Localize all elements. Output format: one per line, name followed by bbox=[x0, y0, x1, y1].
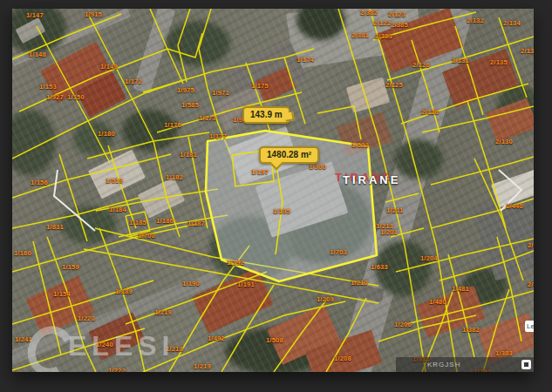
parcel-label: 2/125 bbox=[385, 82, 403, 89]
parcel-label: 1/154 bbox=[53, 291, 71, 298]
parcel-label: 1/831 bbox=[46, 224, 64, 231]
parcel-label: 1/173 bbox=[199, 115, 216, 122]
parcel-label: 1/176 bbox=[164, 122, 181, 129]
parcel-label: 1/975 bbox=[177, 87, 194, 94]
parcel-label: 2/123 bbox=[388, 11, 405, 18]
street-label-partial: Le bbox=[525, 321, 534, 332]
parcel-label: 2/132 bbox=[467, 17, 484, 24]
parcel-label: 2/426 bbox=[528, 242, 534, 249]
parcel-label: 1/204 bbox=[420, 255, 438, 262]
parcel-label: 1/703 bbox=[330, 249, 347, 256]
parcel-label: 2/383 bbox=[375, 33, 392, 40]
parcel-label: 2/122 bbox=[373, 20, 391, 27]
attribution-bar: KRGJSH bbox=[396, 357, 534, 372]
parcel-label: 1/915 bbox=[85, 11, 102, 18]
parcel-label: 1/190 bbox=[182, 280, 200, 287]
parcel-label: 2/130 bbox=[495, 139, 513, 145]
parcel-label: 1/700 bbox=[138, 233, 155, 240]
parcel-label: 1/181 bbox=[180, 152, 197, 159]
parcel-label: 1/153 bbox=[39, 84, 57, 91]
parcel-label: 1/211 bbox=[386, 207, 403, 214]
parcel-label: 1/160 bbox=[14, 250, 31, 257]
parcel-label: 1/182 bbox=[166, 174, 183, 181]
attribution-toggle-icon[interactable] bbox=[521, 360, 531, 369]
parcel-label: 1/219 bbox=[154, 309, 172, 316]
parcel-label: 1/186 bbox=[156, 218, 174, 225]
parcel-label: 1/184 bbox=[109, 206, 126, 213]
parcel-label: 1/201 bbox=[380, 229, 398, 236]
parcel-label: 1/187 bbox=[187, 220, 205, 227]
parcel-label: 1/532 bbox=[351, 142, 369, 149]
parcel-label: 1/159 bbox=[62, 264, 79, 271]
parcel-label: 1/172 bbox=[125, 78, 142, 85]
parcel-label: 1/175 bbox=[251, 83, 269, 90]
parcel-label: 2/312 bbox=[528, 281, 534, 288]
attribution-text: KRGJSH bbox=[427, 357, 460, 372]
parcel-label: 1/209 bbox=[317, 296, 334, 303]
parcel-label: 1/241 bbox=[15, 336, 32, 343]
parcel-label: 1/197 bbox=[251, 169, 269, 176]
parcel-label: 1/480 bbox=[429, 299, 446, 306]
measurement-badge-length: 143.9 m bbox=[242, 106, 290, 124]
city-label: TIRANE bbox=[343, 173, 400, 186]
parcel-label: 1/185 bbox=[129, 220, 147, 226]
parcel-label: 1/508 bbox=[266, 337, 283, 344]
parcel-label: 1/189 bbox=[115, 288, 133, 295]
parcel-label: 2/382 bbox=[360, 10, 378, 17]
parcel-label: 1/191 bbox=[237, 281, 255, 288]
parcel-label: 2/137 bbox=[521, 48, 534, 55]
parcel-label: 1/177 bbox=[209, 133, 227, 140]
parcel-label: 1/150 bbox=[67, 94, 85, 101]
parcel-label: 1/180 bbox=[98, 131, 115, 138]
parcel-label: 2/128 bbox=[421, 109, 439, 116]
parcel-label: 2/135 bbox=[490, 59, 508, 66]
parcel-label: 1/206 bbox=[394, 321, 412, 328]
parcel-label: 1/219 bbox=[194, 363, 211, 370]
parcel-label: 2/134 bbox=[503, 20, 521, 27]
parcel-label: 1/147 bbox=[26, 12, 44, 19]
parcel-label: 2/131 bbox=[452, 57, 469, 64]
parcel-label: 1/222 bbox=[108, 368, 126, 372]
parcel-label: 2/126 bbox=[412, 62, 430, 69]
parcel-label: 1/971 bbox=[212, 90, 229, 97]
parcel-label: 1/585 bbox=[181, 102, 199, 109]
parcel-label: 2/385 bbox=[391, 22, 408, 29]
parcel-label: 1/156 bbox=[31, 179, 48, 186]
parcel-label: 2/440 bbox=[506, 203, 523, 210]
parcel-label: 1/927 bbox=[46, 94, 64, 101]
parcel-label: 1/174 bbox=[296, 57, 314, 64]
parcel-label: 1/192 bbox=[227, 260, 244, 267]
measurement-badge-area: 1480.28 m² bbox=[259, 146, 319, 164]
parcel-label: 1/148 bbox=[29, 51, 46, 58]
parcel-label: 1/208 bbox=[334, 355, 351, 362]
parcel-label: 1/382 bbox=[462, 327, 480, 334]
parcel-label: 1/633 bbox=[371, 264, 388, 271]
parcel-label: 2/381 bbox=[351, 32, 369, 39]
parcel-label: 1/218 bbox=[166, 346, 183, 353]
parcel-label: 1/210 bbox=[351, 280, 368, 287]
parcel-label: 1/519 bbox=[106, 178, 123, 185]
parcel-label: 1/149 bbox=[100, 64, 118, 71]
parcel-label: 1/481 bbox=[452, 286, 469, 293]
parcel-label: 1/195 bbox=[273, 208, 290, 215]
parcel-label: 1/300 bbox=[309, 164, 326, 171]
parcel-label: 1/220 bbox=[78, 315, 95, 322]
parcel-label: 1/240 bbox=[96, 341, 113, 348]
parcel-label: 1/383 bbox=[495, 350, 513, 357]
parcel-label: 1/492 bbox=[208, 335, 225, 342]
cadastral-map-canvas[interactable]: 1/1471/9151/1481/1491/1531/9271/1501/180… bbox=[12, 9, 534, 372]
